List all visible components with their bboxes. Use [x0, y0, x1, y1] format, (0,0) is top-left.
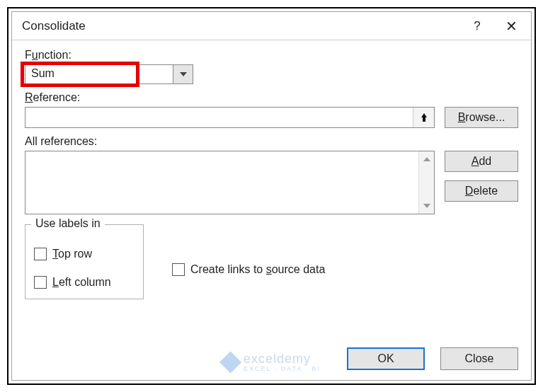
use-labels-row: Use labels in Top row Left column Create…: [25, 224, 518, 299]
left-column-label: Left column: [52, 276, 111, 289]
reference-label: Reference:: [25, 91, 518, 104]
function-label: Function:: [25, 49, 518, 62]
all-references-list: [25, 151, 418, 214]
help-icon: ?: [474, 19, 480, 33]
top-row-label: Top row: [52, 248, 92, 260]
reference-row: Browse...: [25, 107, 518, 128]
dialog-footer: OK Close: [25, 343, 518, 370]
scroll-down-icon: [419, 198, 434, 214]
all-references-row: Add Delete: [25, 151, 518, 214]
reference-input[interactable]: [25, 108, 413, 127]
add-button[interactable]: Add: [445, 151, 518, 172]
all-references-listbox[interactable]: [25, 151, 435, 214]
close-button[interactable]: ✕: [494, 12, 528, 40]
dropdown-arrow-icon: [173, 64, 193, 84]
all-references-label: All references:: [25, 135, 518, 148]
use-labels-legend: Use labels in: [31, 217, 105, 230]
reference-input-wrap: [25, 107, 435, 128]
function-row: Sum: [25, 64, 518, 84]
scroll-up-icon: [419, 151, 434, 167]
titlebar: Consolidate ? ✕: [12, 12, 531, 40]
help-button[interactable]: ?: [460, 12, 494, 40]
dialog-body: Function: Sum Reference:: [12, 40, 531, 380]
use-labels-fieldset: Use labels in Top row Left column: [25, 224, 144, 299]
left-column-checkbox[interactable]: [34, 276, 47, 289]
create-links-checkline[interactable]: Create links to source data: [172, 263, 325, 276]
consolidate-dialog: Consolidate ? ✕ Function: Sum Reference:: [11, 11, 532, 381]
left-column-checkline[interactable]: Left column: [34, 276, 135, 289]
close-footer-button[interactable]: Close: [440, 347, 518, 370]
create-links-checkbox[interactable]: [172, 263, 185, 276]
scrollbar[interactable]: [418, 151, 434, 214]
close-icon: ✕: [505, 18, 518, 35]
range-picker-button[interactable]: [413, 108, 434, 127]
ok-button[interactable]: OK: [347, 347, 425, 370]
top-row-checkline[interactable]: Top row: [34, 248, 135, 260]
list-buttons-column: Add Delete: [445, 151, 518, 202]
browse-button[interactable]: Browse...: [445, 107, 518, 128]
create-links-label: Create links to source data: [190, 263, 325, 276]
delete-button[interactable]: Delete: [445, 180, 518, 202]
function-selected-value: Sum: [25, 64, 173, 84]
collapse-dialog-icon: [419, 113, 429, 122]
dialog-title: Consolidate: [22, 19, 460, 33]
function-select[interactable]: Sum: [25, 64, 193, 84]
screenshot-frame: Consolidate ? ✕ Function: Sum Reference:: [7, 7, 536, 385]
top-row-checkbox[interactable]: [34, 248, 47, 260]
